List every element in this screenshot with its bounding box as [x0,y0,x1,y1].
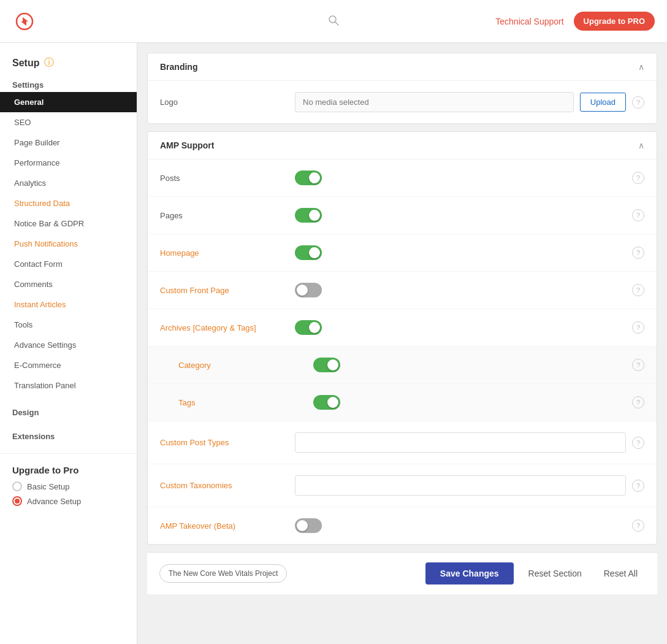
svg-line-3 [335,22,338,25]
sidebar-item-tools[interactable]: Tools [0,315,137,335]
content-area: Branding ∧ Logo Upload ? AMP Support ∧ [137,43,667,644]
category-toggle[interactable] [313,358,340,372]
top-bar: Technical Support Upgrade to PRO [0,0,667,43]
setup-title: Setup [12,58,39,69]
upgrade-pro-button[interactable]: Upgrade to PRO [574,12,655,31]
sidebar-item-analytics[interactable]: Analytics [0,173,137,193]
amp-takeover-toggle-slider [295,518,322,533]
branding-section-header[interactable]: Branding ∧ [148,53,657,81]
custom-front-page-toggle[interactable] [295,283,322,297]
homepage-toggle[interactable] [295,245,322,260]
svg-marker-1 [21,17,28,26]
sidebar-item-comments[interactable]: Comments [0,274,137,294]
amp-takeover-label: AMP Takeover (Beta) [160,521,295,531]
amp-section-header[interactable]: AMP Support ∧ [148,132,657,159]
main-layout: Setup ⓘ Settings General SEO Page Builde… [0,43,667,644]
save-changes-button[interactable]: Save Changes [425,562,514,585]
archives-toggle-wrapper [295,320,322,335]
info-icon[interactable]: ⓘ [44,56,54,69]
posts-toggle-content [295,171,626,185]
sidebar-item-page-builder[interactable]: Page Builder [0,132,137,153]
posts-help-icon[interactable]: ? [632,172,644,184]
technical-support-link[interactable]: Technical Support [495,17,563,26]
pages-toggle-slider [295,208,322,223]
amp-support-section: AMP Support ∧ Posts ? [147,131,657,545]
tags-label: Tags [178,398,313,407]
archives-toggle[interactable] [295,320,322,335]
logo-media-input[interactable] [295,92,574,112]
custom-taxonomies-content [295,475,626,496]
sidebar-item-contact-form[interactable]: Contact Form [0,254,137,274]
custom-post-types-help-icon[interactable]: ? [632,437,644,449]
custom-front-page-toggle-wrapper [295,283,322,297]
upgrade-section: Upgrade to Pro Basic Setup Advance Setup [0,458,137,518]
logo-help-icon[interactable]: ? [632,96,644,109]
tags-row: Tags ? [148,384,657,421]
pages-toggle[interactable] [295,208,322,223]
core-web-vitals-button[interactable]: The New Core Web Vitals Project [159,564,287,583]
homepage-label: Homepage [160,248,295,258]
sidebar-item-e-commerce[interactable]: E-Commerce [0,355,137,375]
custom-taxonomies-input[interactable] [295,475,626,496]
search-area[interactable] [328,15,339,28]
tags-help-icon[interactable]: ? [632,396,644,408]
custom-taxonomies-row: Custom Taxonomies ? [148,464,657,507]
sidebar-item-structured-data[interactable]: Structured Data [0,193,137,213]
advance-setup-radio[interactable]: Advance Setup [12,496,124,506]
custom-post-types-content [295,432,626,453]
archives-toggle-content [295,320,626,335]
custom-front-page-label: Custom Front Page [160,286,295,295]
reset-all-button[interactable]: Reset All [596,562,645,585]
sidebar-item-notice-bar[interactable]: Notice Bar & GDPR [0,213,137,234]
branding-section: Branding ∧ Logo Upload ? [147,53,657,124]
homepage-help-icon[interactable]: ? [632,247,644,259]
sidebar-item-general[interactable]: General [0,92,137,112]
logo-row-content: Upload [295,92,626,112]
amp-chevron-icon: ∧ [638,140,644,150]
logo-label: Logo [160,98,295,107]
category-toggle-content [313,358,626,372]
custom-front-page-help-icon[interactable]: ? [632,284,644,296]
sidebar-item-push-notifications[interactable]: Push Notifications [0,234,137,254]
archives-toggle-slider [295,320,322,335]
custom-post-types-input[interactable] [295,432,626,453]
custom-front-page-row: Custom Front Page ? [148,272,657,309]
amp-takeover-help-icon[interactable]: ? [632,519,644,532]
app-logo [12,9,37,34]
pages-row: Pages ? [148,197,657,234]
amp-takeover-row: AMP Takeover (Beta) ? [148,507,657,544]
sidebar-item-advance-settings[interactable]: Advance Settings [0,335,137,355]
sidebar-item-instant-articles[interactable]: Instant Articles [0,294,137,315]
posts-label: Posts [160,174,295,183]
tags-toggle-slider [313,395,340,410]
basic-setup-radio-circle [12,481,22,491]
archives-help-icon[interactable]: ? [632,321,644,334]
advance-setup-label: Advance Setup [27,497,81,506]
top-bar-right: Technical Support Upgrade to PRO [495,12,655,31]
amp-title: AMP Support [160,140,214,150]
custom-taxonomies-help-icon[interactable]: ? [632,480,644,492]
bottom-bar: The New Core Web Vitals Project Save Cha… [147,552,657,594]
category-help-icon[interactable]: ? [632,359,644,371]
custom-taxonomies-label: Custom Taxonomies [160,481,295,490]
pages-help-icon[interactable]: ? [632,209,644,221]
posts-toggle-wrapper [295,171,322,185]
basic-setup-radio[interactable]: Basic Setup [12,481,124,491]
upload-button[interactable]: Upload [580,93,626,112]
amp-takeover-toggle-wrapper [295,518,322,533]
sidebar-item-translation-panel[interactable]: Translation Panel [0,375,137,396]
sidebar-item-performance[interactable]: Performance [0,153,137,173]
upgrade-title: Upgrade to Pro [12,465,124,475]
basic-setup-label: Basic Setup [27,482,69,491]
posts-toggle[interactable] [295,171,322,185]
category-row: Category ? [148,347,657,384]
amp-takeover-toggle[interactable] [295,518,322,533]
posts-row: Posts ? [148,159,657,197]
reset-section-button[interactable]: Reset Section [521,562,589,585]
sidebar-item-seo[interactable]: SEO [0,112,137,132]
homepage-toggle-content [295,245,626,260]
amp-takeover-toggle-content [295,518,626,533]
posts-toggle-slider [295,171,322,185]
tags-toggle[interactable] [313,395,340,410]
custom-post-types-row: Custom Post Types ? [148,421,657,464]
